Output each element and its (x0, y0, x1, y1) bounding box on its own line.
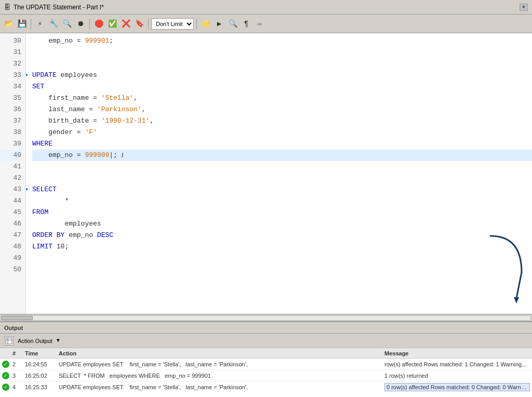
close-button[interactable]: × (520, 4, 528, 11)
limit-dropdown[interactable]: Don't Limit (151, 18, 194, 30)
bullet-43: ● (26, 184, 28, 195)
code-editor[interactable]: 30 31 32 33 34 35 36 37 38 39 40 41 42 4… (0, 33, 532, 314)
row-3-num: 4 (12, 384, 25, 390)
output-toolbar: Action Output ▼ (0, 334, 532, 348)
title-bar-icon: 🗄 (4, 4, 10, 11)
action-output-icon (4, 336, 14, 346)
table-icon (5, 337, 12, 345)
ln-38: 38 (0, 127, 21, 138)
ln-32: 32 (0, 58, 21, 70)
code-line-50 (32, 264, 532, 275)
ln-41: 41 (0, 161, 21, 173)
row-1-message: row(s) affected Rows matched: 1 Changed:… (384, 361, 530, 367)
app-window: 🗄 The UPDATE Statement - Part I* × 📂 💾 ⚡… (0, 0, 532, 397)
inspect-button[interactable]: ¶ (240, 18, 252, 30)
ln-34: 34 (0, 81, 21, 92)
ln-44: 44 (0, 195, 21, 207)
code-line-39: WHERE (32, 138, 532, 150)
code-line-30: emp_no = 999901; (32, 35, 532, 47)
ln-33: 33 (0, 70, 21, 81)
export-button[interactable]: ⇨ (254, 18, 266, 30)
ln-49: 49 (0, 253, 21, 264)
ln-31: 31 (0, 47, 21, 58)
row-3-action: UPDATE employees SET first_name = 'Stell… (59, 384, 384, 390)
execute-button[interactable]: ⚡ (34, 18, 46, 30)
code-line-42 (32, 173, 532, 184)
code-line-34: SET (32, 81, 532, 92)
save-button[interactable]: 💾 (16, 18, 28, 30)
table-header: # Time Action Message (0, 348, 532, 359)
row-2-time: 16:25:02 (25, 373, 59, 379)
ln-35: 35 (0, 92, 21, 104)
toolbar: 📂 💾 ⚡ 🔧 🔍 ⏺ 🛑 ✅ ❌ 🔖 Don't Limit ⭐ ▶ 🔍 ¶ … (0, 15, 532, 33)
col-header-num: # (12, 350, 25, 356)
output-panel: Output Action Output ▼ # Time Action (0, 321, 532, 397)
ln-45: 45 (0, 207, 21, 218)
code-line-38: gender = 'F' (32, 127, 532, 138)
h-scrollbar[interactable] (0, 314, 532, 321)
star-button[interactable]: ⭐ (200, 18, 212, 30)
record-button[interactable]: ⏺ (74, 18, 87, 30)
find-button[interactable]: 🔍 (227, 18, 239, 30)
check-button[interactable]: ✅ (106, 18, 118, 30)
separator-4 (196, 19, 197, 29)
col-header-message: Message (384, 350, 530, 356)
row-1-action: UPDATE employees SET first_name = 'Stell… (59, 361, 384, 367)
code-line-32 (32, 58, 532, 70)
col-header-time: Time (25, 350, 59, 356)
ln-40: 40 (0, 150, 21, 161)
code-line-43: ● SELECT (32, 184, 532, 195)
code-line-36: last_name = 'Parkinson', (32, 104, 532, 115)
code-line-45: FROM (32, 207, 532, 218)
table-row: ✓ 2 16:24:55 UPDATE employees SET first_… (0, 359, 532, 370)
svg-rect-0 (6, 338, 12, 344)
bullet-33: ● (26, 70, 28, 81)
code-line-33: ● UPDATE employees (32, 70, 532, 81)
code-line-44: * (32, 195, 532, 207)
run-button[interactable]: ▶ (213, 18, 225, 30)
ln-36: 36 (0, 104, 21, 115)
code-line-48: LIMIT 10; (32, 241, 532, 253)
row-1-num: 2 (12, 361, 25, 367)
code-line-40: emp_no = 999909|; I (32, 150, 532, 161)
output-header-label: Output (4, 325, 23, 331)
title-bar-title: The UPDATE Statement - Part I* (14, 4, 520, 11)
ln-30: 30 (0, 35, 21, 47)
col-header-action: Action (59, 350, 384, 356)
status-ok-icon-2: ✓ (2, 372, 9, 379)
ln-46: 46 (0, 218, 21, 230)
ln-37: 37 (0, 115, 21, 127)
table-row: ✓ 4 16:25:33 UPDATE employees SET first_… (0, 381, 532, 393)
code-line-35: first_name = 'Stella', (32, 92, 532, 104)
ln-42: 42 (0, 173, 21, 184)
table-row: ✓ 3 16:25:02 SELECT * FROM employees WHE… (0, 370, 532, 381)
ln-48: 48 (0, 241, 21, 253)
status-ok-icon-3: ✓ (2, 383, 9, 391)
action-output-table: # Time Action Message ✓ 2 16:24:55 UPDAT… (0, 348, 532, 397)
h-scrollbar-thumb[interactable] (2, 316, 33, 320)
stop-button[interactable]: 🛑 (92, 18, 105, 30)
cancel-button[interactable]: ❌ (119, 18, 132, 30)
title-bar: 🗄 The UPDATE Statement - Part I* × (0, 0, 532, 15)
bookmark-button[interactable]: 🔖 (133, 18, 145, 30)
open-button[interactable]: 📂 (2, 18, 15, 30)
dropdown-arrow-icon[interactable]: ▼ (57, 338, 60, 343)
output-header: Output (0, 322, 532, 334)
row-2-num: 3 (12, 373, 25, 379)
search-button[interactable]: 🔍 (61, 18, 73, 30)
row-1-time: 16:24:55 (25, 361, 59, 367)
ln-43: 43 (0, 184, 21, 195)
separator-1 (31, 19, 31, 29)
h-scrollbar-track[interactable] (1, 315, 531, 321)
code-line-49 (32, 253, 532, 264)
code-line-46: employees (32, 218, 532, 230)
separator-2 (89, 19, 90, 29)
code-content[interactable]: emp_no = 999901; ● UPDATE employees SET (26, 33, 532, 314)
ln-50: 50 (0, 264, 21, 275)
cursor-indicator: I (122, 150, 124, 161)
line-numbers: 30 31 32 33 34 35 36 37 38 39 40 41 42 4… (0, 33, 26, 314)
format-button[interactable]: 🔧 (47, 18, 60, 30)
status-ok-icon-1: ✓ (2, 361, 9, 368)
code-line-41 (32, 161, 532, 173)
code-line-31 (32, 47, 532, 58)
